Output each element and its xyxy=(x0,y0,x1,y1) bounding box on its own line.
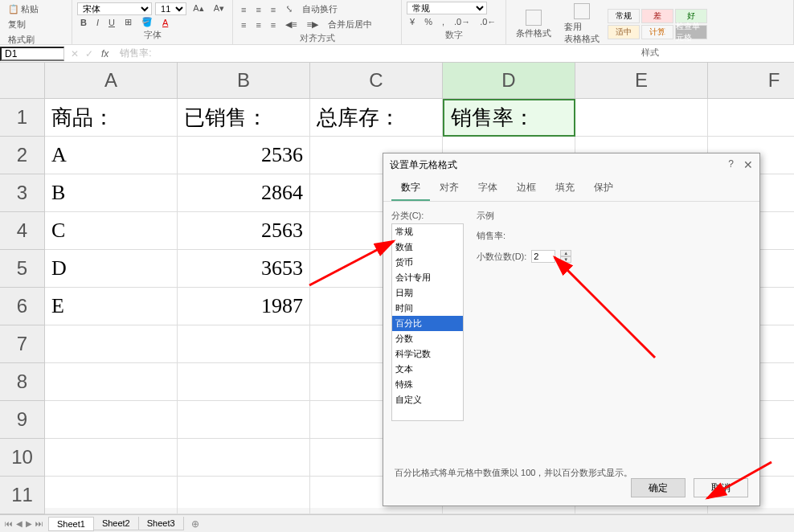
select-all-corner[interactable] xyxy=(0,63,45,99)
cell-B11[interactable] xyxy=(178,477,310,514)
cancel-fx-icon[interactable]: ✕ xyxy=(68,48,82,59)
row-header-9[interactable]: 9 xyxy=(0,401,45,439)
row-header-4[interactable]: 4 xyxy=(0,212,45,250)
align-right-icon[interactable]: ≡ xyxy=(268,18,279,31)
ok-button[interactable]: 确定 xyxy=(631,478,686,497)
category-item-2[interactable]: 货币 xyxy=(392,255,463,270)
category-item-9[interactable]: 文本 xyxy=(392,362,463,377)
category-item-10[interactable]: 特殊 xyxy=(392,377,463,392)
category-item-7[interactable]: 分数 xyxy=(392,331,463,346)
cell-B2[interactable]: 2536 xyxy=(178,137,310,174)
row-header-10[interactable]: 10 xyxy=(0,439,45,477)
row-header-5[interactable]: 5 xyxy=(0,250,45,288)
category-item-8[interactable]: 科学记数 xyxy=(392,346,463,362)
help-icon[interactable]: ? xyxy=(728,158,734,171)
cell-A1[interactable]: 商品： xyxy=(45,99,178,137)
wrap-text-button[interactable]: 自动换行 xyxy=(299,2,341,17)
row-header-2[interactable]: 2 xyxy=(0,137,45,174)
cell-C1[interactable]: 总库存： xyxy=(310,99,443,137)
cell-B4[interactable]: 2563 xyxy=(178,212,310,250)
cell-B8[interactable] xyxy=(178,363,310,401)
category-item-1[interactable]: 数值 xyxy=(392,239,463,255)
row-header-3[interactable]: 3 xyxy=(0,174,45,212)
col-header-E[interactable]: E xyxy=(575,63,708,99)
copy-button[interactable]: 复制 xyxy=(5,17,29,32)
format-painter-button[interactable]: 格式刷 xyxy=(5,32,38,47)
align-top-icon[interactable]: ≡ xyxy=(238,3,249,16)
cell-A9[interactable] xyxy=(45,401,178,439)
tab-border[interactable]: 边框 xyxy=(507,176,546,201)
name-box[interactable] xyxy=(0,47,64,61)
col-header-B[interactable]: B xyxy=(178,63,310,99)
align-bot-icon[interactable]: ≡ xyxy=(268,3,279,16)
number-format-select[interactable]: 常规 xyxy=(407,2,487,14)
cell-A11[interactable] xyxy=(45,477,178,514)
row-header-1[interactable]: 1 xyxy=(0,99,45,137)
category-item-0[interactable]: 常规 xyxy=(392,224,463,239)
dialog-titlebar[interactable]: 设置单元格格式 ? ✕ xyxy=(383,153,759,176)
font-family-select[interactable]: 宋体 xyxy=(77,2,152,15)
add-sheet-icon[interactable]: ⊕ xyxy=(183,518,207,530)
col-header-F[interactable]: F xyxy=(708,63,794,99)
category-list[interactable]: 常规数值货币会计专用日期时间百分比分数科学记数文本特殊自定义 xyxy=(391,223,464,421)
confirm-fx-icon[interactable]: ✓ xyxy=(82,48,96,59)
cell-A4[interactable]: C xyxy=(45,212,178,250)
orientation-icon[interactable]: ⤥ xyxy=(282,2,296,16)
fx-icon[interactable]: fx xyxy=(101,48,108,59)
style-bad[interactable]: 差 xyxy=(641,9,673,23)
tab-font[interactable]: 字体 xyxy=(469,176,507,201)
inc-decimal-icon[interactable]: .0→ xyxy=(451,15,473,28)
conditional-format-button[interactable]: 条件格式 xyxy=(511,8,556,41)
sheet-nav-next-icon[interactable]: ▶ xyxy=(26,519,32,528)
cell-D1[interactable]: 销售率： xyxy=(443,99,575,137)
col-header-D[interactable]: D xyxy=(443,63,575,99)
percent-icon[interactable]: % xyxy=(421,15,436,28)
currency-icon[interactable]: ¥ xyxy=(407,15,418,28)
sheet-nav-prev-icon[interactable]: ◀ xyxy=(16,519,23,528)
cell-A10[interactable] xyxy=(45,439,178,477)
table-format-button[interactable]: 套用 表格格式 xyxy=(559,2,604,47)
merge-center-button[interactable]: 合并后居中 xyxy=(325,17,375,32)
spinner-down-icon[interactable]: ▼ xyxy=(560,256,571,263)
cell-B5[interactable]: 3653 xyxy=(178,250,310,288)
style-calc[interactable]: 计算 xyxy=(641,25,673,39)
indent-inc-icon[interactable]: ≡▶ xyxy=(304,18,321,31)
sheet-tab-3[interactable]: Sheet3 xyxy=(138,517,184,530)
tab-number[interactable]: 数字 xyxy=(391,176,430,201)
cell-A3[interactable]: B xyxy=(45,174,178,212)
formula-content[interactable]: 销售率: xyxy=(117,47,151,60)
tab-protect[interactable]: 保护 xyxy=(584,176,623,201)
fill-color-button[interactable]: 🪣 xyxy=(138,15,156,29)
cell-A2[interactable]: A xyxy=(45,137,178,174)
paste-button[interactable]: 📋 粘贴 xyxy=(5,2,42,17)
decimal-places-input[interactable] xyxy=(531,250,555,263)
cell-B7[interactable] xyxy=(178,325,310,363)
cell-F1[interactable] xyxy=(708,99,794,137)
cell-B6[interactable]: 1987 xyxy=(178,288,310,325)
style-check[interactable]: 检查单元格 xyxy=(675,25,707,39)
cell-A6[interactable]: E xyxy=(45,288,178,325)
align-center-icon[interactable]: ≡ xyxy=(252,18,264,31)
close-icon[interactable]: ✕ xyxy=(743,158,753,171)
col-header-C[interactable]: C xyxy=(310,63,443,99)
cell-B3[interactable]: 2864 xyxy=(178,174,310,212)
cell-A7[interactable] xyxy=(45,325,178,363)
comma-icon[interactable]: , xyxy=(439,15,448,28)
bold-button[interactable]: B xyxy=(77,16,90,29)
sheet-nav-first-icon[interactable]: ⏮ xyxy=(5,519,13,528)
decrease-font-icon[interactable]: A▾ xyxy=(211,2,227,15)
font-color-button[interactable]: A xyxy=(159,16,171,29)
category-item-6[interactable]: 百分比 xyxy=(392,316,463,331)
row-header-7[interactable]: 7 xyxy=(0,325,45,363)
style-normal[interactable]: 常规 xyxy=(608,9,640,23)
sheet-tab-1[interactable]: Sheet1 xyxy=(48,517,94,531)
cell-A8[interactable] xyxy=(45,363,178,401)
increase-font-icon[interactable]: A▴ xyxy=(190,2,207,15)
sheet-tab-2[interactable]: Sheet2 xyxy=(93,517,139,530)
tab-align[interactable]: 对齐 xyxy=(430,176,469,201)
spinner-up-icon[interactable]: ▲ xyxy=(560,250,571,256)
align-mid-icon[interactable]: ≡ xyxy=(252,3,264,16)
underline-button[interactable]: U xyxy=(105,16,118,29)
border-button[interactable]: ⊞ xyxy=(121,15,135,29)
row-header-6[interactable]: 6 xyxy=(0,288,45,325)
